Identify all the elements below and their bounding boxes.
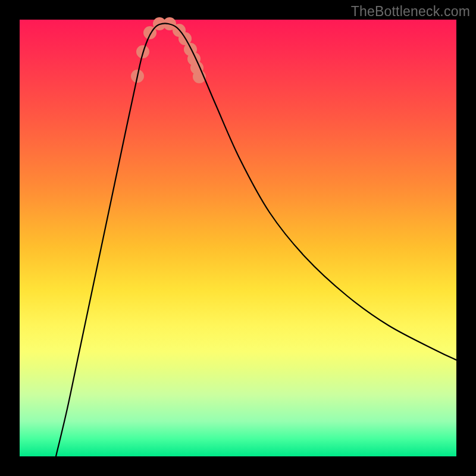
plot-area	[20, 20, 456, 456]
marker-group	[131, 17, 206, 83]
curve-svg	[20, 20, 456, 456]
bottleneck-curve	[56, 23, 456, 456]
watermark-text: TheBottleneck.com	[351, 4, 470, 20]
chart-frame: TheBottleneck.com	[0, 0, 476, 476]
